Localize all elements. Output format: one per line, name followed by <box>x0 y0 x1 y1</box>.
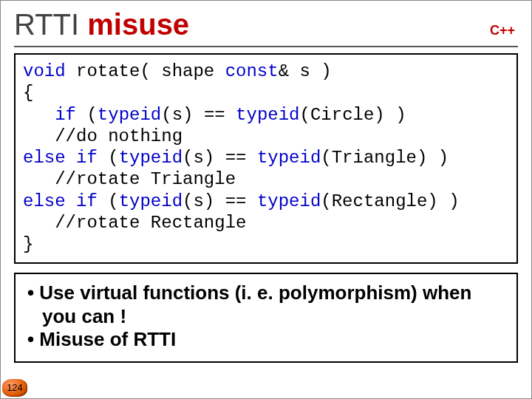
title-plain: RTTI <box>14 8 87 41</box>
language-badge: C++ <box>490 23 518 38</box>
bullet-2: • Misuse of RTTI <box>27 328 508 351</box>
slide-header: RTTI misuse C++ <box>14 8 518 47</box>
kw-if: if <box>76 191 98 211</box>
kw-typeid: typeid <box>257 191 321 211</box>
kw-typeid: typeid <box>119 191 183 211</box>
code-text: //do nothing <box>23 126 183 146</box>
slide-title: RTTI misuse <box>14 8 189 41</box>
kw-else: else <box>23 191 66 211</box>
code-text: //rotate Triangle <box>23 169 236 189</box>
bullet-1-line2: you can ! <box>42 305 508 328</box>
code-text: { <box>23 83 33 103</box>
code-text: ( <box>98 148 119 168</box>
code-text <box>66 148 76 168</box>
code-text: (s) == <box>183 191 257 211</box>
page-number: 124 <box>2 379 27 397</box>
kw-typeid: typeid <box>98 105 161 125</box>
code-text: rotate( shape <box>66 61 225 81</box>
code-text: (Rectangle) ) <box>321 191 459 211</box>
kw-const: const <box>225 61 279 81</box>
kw-if: if <box>55 105 76 125</box>
code-text: (s) == <box>161 105 236 125</box>
kw-else: else <box>23 148 66 168</box>
code-text: (Triangle) ) <box>321 148 449 168</box>
code-text: } <box>23 234 33 254</box>
slide: RTTI misuse C++ void rotate( shape const… <box>1 1 531 398</box>
code-text: //rotate Rectangle <box>23 213 246 233</box>
code-text <box>23 105 55 125</box>
kw-void: void <box>23 61 66 81</box>
notes-box: • Use virtual functions (i. e. polymorph… <box>14 273 518 363</box>
kw-typeid: typeid <box>257 148 321 168</box>
code-text: ( <box>76 105 98 125</box>
bullet-1-line1: • Use virtual functions (i. e. polymorph… <box>27 282 508 304</box>
code-text: ( <box>98 191 119 211</box>
code-text: (s) == <box>183 148 257 168</box>
kw-typeid: typeid <box>119 148 183 168</box>
kw-if: if <box>76 148 98 168</box>
code-text: & s ) <box>279 61 332 81</box>
code-text: (Circle) ) <box>300 105 406 125</box>
code-block: void rotate( shape const& s ) { if (type… <box>14 53 518 264</box>
code-text <box>66 191 76 211</box>
kw-typeid: typeid <box>236 105 299 125</box>
title-accent: misuse <box>87 8 189 41</box>
